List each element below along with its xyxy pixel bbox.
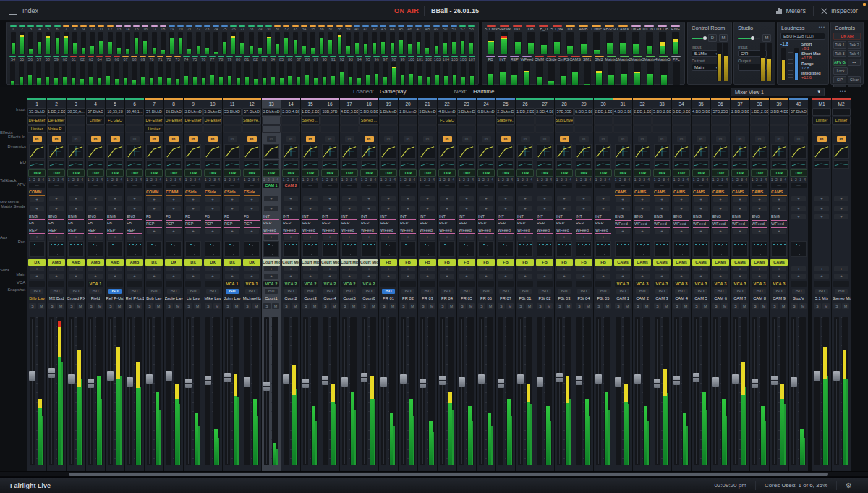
solo-button[interactable]: S: [439, 303, 446, 309]
pan-grid[interactable]: [29, 241, 45, 257]
add-main-button[interactable]: +: [459, 274, 474, 279]
solo-button[interactable]: S: [537, 303, 544, 309]
add-aux-send-button[interactable]: +: [834, 214, 848, 219]
add-matrix-send-button[interactable]: +: [655, 206, 669, 211]
add-mix-minus-button[interactable]: +: [655, 197, 669, 202]
matrix-sends[interactable]: +: [516, 204, 535, 214]
subs-assignment[interactable]: FB+: [477, 258, 495, 272]
add-subs-button[interactable]: +: [576, 266, 591, 271]
matrix-sends[interactable]: +: [613, 204, 632, 214]
vca-assignment[interactable]: VCA 2: [359, 280, 378, 287]
pan-control[interactable]: [750, 240, 769, 258]
pan-grid[interactable]: [68, 241, 84, 257]
matrix-sends[interactable]: +: [164, 204, 183, 214]
subs-bus-chip[interactable]: CAMs: [712, 259, 729, 266]
vca-assignment[interactable]: [535, 280, 554, 287]
add-subs-button[interactable]: +: [752, 266, 767, 271]
talkback-controls[interactable]: Talk1 2 3 4: [633, 169, 652, 182]
aux-send-label[interactable]: FB: [166, 214, 182, 221]
add-aux-send-button[interactable]: +: [814, 214, 829, 219]
talk-button[interactable]: Talk: [731, 169, 749, 177]
talk-destinations[interactable]: 1 2 3 4: [791, 177, 807, 182]
pan-control[interactable]: [672, 240, 691, 258]
add-mix-minus-button[interactable]: +: [166, 197, 181, 202]
solo-button[interactable]: S: [205, 303, 212, 309]
solo-button[interactable]: S: [752, 303, 759, 309]
effect-slot-1[interactable]: [789, 117, 808, 125]
subs-bus-chip[interactable]: AMB: [67, 259, 85, 266]
effects-in-button[interactable]: In: [832, 135, 851, 143]
subs-assignment[interactable]: FB+: [555, 258, 574, 272]
eq-graph[interactable]: [496, 159, 515, 169]
iso-button[interactable]: ISO: [733, 289, 746, 294]
aux-send-label[interactable]: INT: [556, 214, 572, 220]
subs-assignment[interactable]: FB+: [496, 258, 515, 272]
pan-grid[interactable]: [576, 241, 592, 257]
pan-control[interactable]: [379, 240, 398, 258]
aux-send-label[interactable]: REP: [244, 222, 260, 228]
iso-button[interactable]: ISO: [597, 289, 610, 294]
fader-track[interactable]: [674, 317, 679, 465]
talkback-controls[interactable]: Talk1 2 3 4: [399, 169, 417, 182]
add-aux-send-button[interactable]: +: [635, 229, 650, 234]
talkback-controls[interactable]: Talk1 2 3 4: [242, 169, 261, 182]
fader-track[interactable]: [498, 317, 503, 465]
pan-grid[interactable]: [48, 241, 64, 257]
add-main-button[interactable]: +: [498, 274, 513, 279]
afv-assignment[interactable]: —: [418, 182, 437, 189]
subs-bus-chip[interactable]: CAMs: [770, 259, 788, 266]
aux-sends[interactable]: FBREP+: [242, 214, 261, 240]
main-assignment[interactable]: +: [812, 272, 831, 280]
afv-assignment[interactable]: CAM 2: [281, 182, 300, 189]
talkback-controls[interactable]: Talk1 2 3 4: [692, 169, 710, 182]
meters-button[interactable]: Meters: [776, 7, 806, 14]
effect-slot-1[interactable]: Limiter: [832, 117, 851, 125]
effects-in-button[interactable]: In: [379, 135, 398, 143]
solo-button[interactable]: S: [107, 303, 114, 309]
aux-send-label[interactable]: WFeed: [615, 222, 631, 228]
add-subs-button[interactable]: +: [498, 266, 513, 271]
effects-slots[interactable]: [379, 116, 398, 135]
eq-graph[interactable]: [770, 159, 788, 169]
talk-button[interactable]: Talk: [184, 169, 202, 177]
mix-minus[interactable]: +: [86, 189, 105, 204]
add-main-button[interactable]: +: [674, 274, 689, 279]
aux-send-label[interactable]: ENG: [634, 214, 650, 221]
vca-assignment[interactable]: [832, 280, 851, 287]
aux-sends[interactable]: INTREPWFeed+: [516, 214, 535, 240]
subs-bus-chip[interactable]: Court Mic: [341, 259, 358, 266]
eq-graph[interactable]: [516, 159, 535, 169]
main-assignment[interactable]: +: [633, 272, 652, 280]
iso-button[interactable]: ISO: [714, 289, 727, 294]
subs-assignment[interactable]: AMB+: [67, 258, 85, 272]
main-assignment[interactable]: +: [613, 272, 632, 280]
mute-button[interactable]: M: [77, 303, 84, 309]
aux-send-label[interactable]: INT: [439, 214, 455, 220]
talk-button[interactable]: Talk: [536, 169, 553, 177]
talk-destinations[interactable]: 1 2 3 4: [654, 177, 670, 182]
add-aux-send-button[interactable]: +: [244, 229, 259, 234]
input-patch-button[interactable]: 2:BlckmD: [399, 107, 417, 116]
solo-button[interactable]: S: [361, 303, 368, 309]
mute-button[interactable]: M: [526, 303, 533, 309]
mix-minus[interactable]: +: [438, 189, 456, 204]
pan-grid[interactable]: [791, 241, 807, 257]
afv-assignment[interactable]: —: [203, 182, 222, 189]
add-subs-button[interactable]: +: [479, 266, 493, 271]
talk-destinations[interactable]: 1 2 3 4: [341, 177, 357, 182]
iso-button[interactable]: ISO: [815, 289, 828, 294]
aux-send-label[interactable]: WFeed: [673, 222, 689, 228]
talk-destinations[interactable]: 1 2 3 4: [283, 177, 299, 182]
eq-graph[interactable]: [750, 159, 769, 169]
main-assignment[interactable]: +: [516, 272, 535, 280]
mix-minus[interactable]: +: [477, 189, 495, 204]
fader-handle[interactable]: [127, 377, 133, 387]
add-main-button[interactable]: +: [616, 274, 630, 279]
aux-sends[interactable]: INTREPWFeed+: [496, 214, 515, 240]
add-aux-send-button[interactable]: +: [537, 235, 552, 240]
effects-in-button[interactable]: In: [281, 135, 300, 143]
effects-slots[interactable]: [223, 116, 242, 135]
talk-destinations[interactable]: 1 2 3 4: [732, 177, 748, 182]
pan-control[interactable]: [86, 240, 105, 258]
snapshot-iso[interactable]: ISO: [67, 287, 85, 295]
